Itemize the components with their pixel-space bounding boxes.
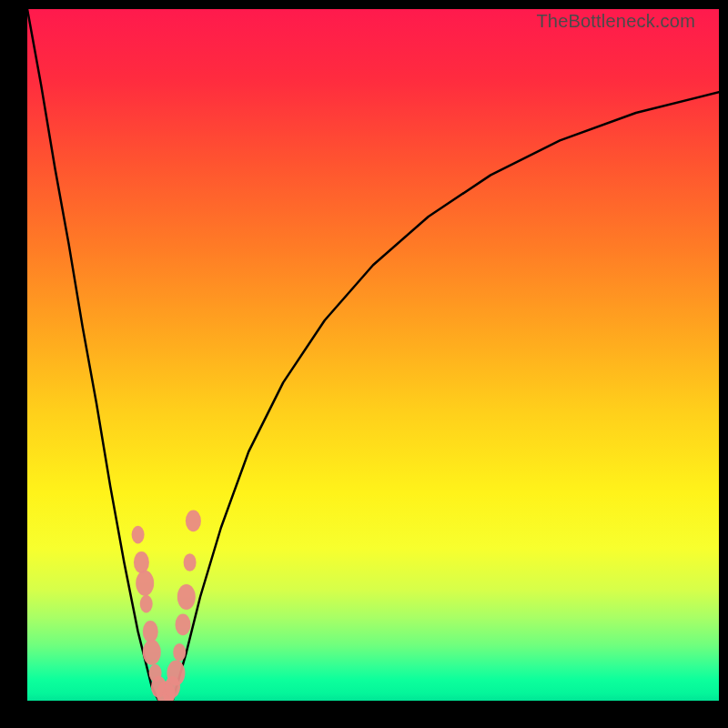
marker-layer: [132, 511, 201, 702]
curve-layer: [27, 9, 719, 701]
marker-dot: [143, 640, 161, 665]
marker-dot: [184, 553, 197, 571]
marker-dot: [176, 614, 191, 636]
marker-dot: [136, 571, 154, 596]
marker-dot: [173, 643, 186, 662]
marker-dot: [134, 551, 149, 573]
marker-dot: [186, 511, 201, 532]
marker-dot: [143, 621, 158, 642]
chart-frame: TheBottleneck.com: [0, 0, 728, 728]
marker-dot: [177, 584, 196, 610]
marker-dot: [140, 595, 153, 613]
series-left-branch: [27, 9, 158, 701]
plot-area: [27, 9, 719, 701]
marker-dot: [167, 661, 185, 686]
chart-svg: [27, 9, 719, 701]
marker-dot: [132, 526, 145, 544]
watermark-text: TheBottleneck.com: [536, 11, 695, 32]
series-right-branch: [173, 92, 719, 701]
